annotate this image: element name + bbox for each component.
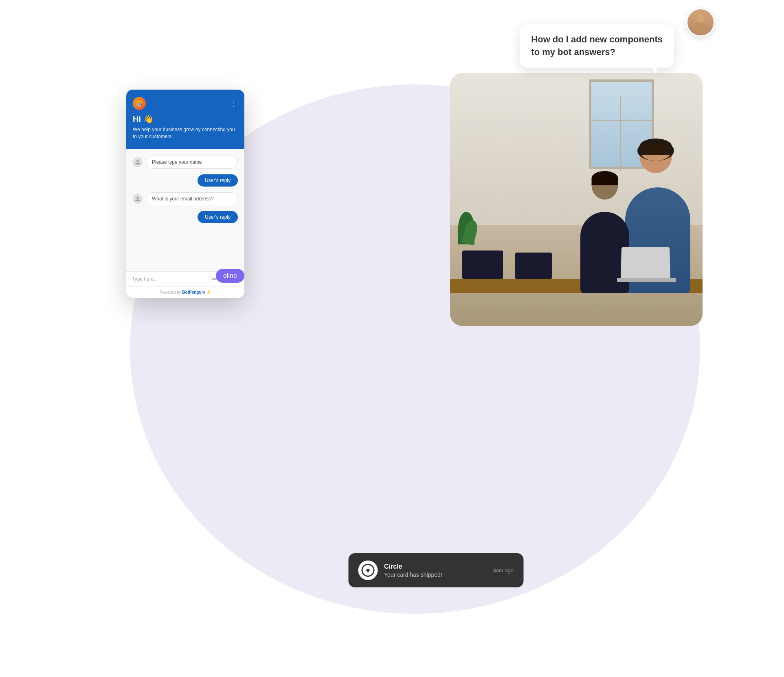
svg-point-0 (696, 14, 705, 22)
notification-time: 34m ago (493, 567, 514, 574)
brand-name: BotPenguin (182, 290, 205, 295)
office-photo (450, 73, 703, 326)
icon-dot (366, 569, 369, 572)
svg-text:🤖: 🤖 (136, 101, 142, 107)
notification-icon (358, 561, 378, 580)
chat-widget: 🤖 ⋮ Hi 👋 We help your business grow by c… (126, 90, 244, 298)
circle-icon (361, 564, 374, 577)
notification-card: Circle Your card has shipped! 34m ago (348, 553, 523, 587)
user-avatar (686, 8, 715, 37)
speech-bubble-text-line2: to my bot answers? (531, 47, 615, 57)
chat-header-top: 🤖 ⋮ (133, 97, 238, 110)
chat-greeting: Hi 👋 (133, 114, 238, 124)
chat-footer: Powered by BotPenguin ⚡ (126, 286, 244, 298)
notification-title: Circle (384, 563, 486, 570)
user-icon-1 (133, 157, 143, 167)
powered-by-text: Powered by (160, 290, 181, 295)
svg-point-1 (694, 23, 707, 33)
notification-body: Your card has shipped! (384, 571, 486, 578)
speech-bubble-container: How do I add new components to my bot an… (520, 24, 674, 68)
reply-button-1[interactable]: User's reply (198, 174, 238, 187)
chat-message-row-1: Please type your name (133, 156, 238, 169)
chat-bot-avatar: 🤖 (133, 97, 146, 110)
bolt-icon: ⚡ (206, 290, 211, 295)
chat-body: Please type your name User's reply What … (126, 149, 244, 271)
avatar-face (687, 9, 714, 35)
speech-bubble: How do I add new components to my bot an… (520, 24, 674, 68)
speech-bubble-text-line1: How do I add new components (531, 34, 663, 44)
office-scene-bg (450, 73, 703, 326)
chat-header: 🤖 ⋮ Hi 👋 We help your business grow by c… (126, 90, 244, 149)
message-bubble-1: Please type your name (146, 156, 238, 169)
notification-content: Circle Your card has shipped! (384, 563, 486, 578)
reply-button-2[interactable]: User's reply (198, 211, 238, 223)
chat-subtext: We help your business grow by connecting… (133, 126, 238, 140)
chat-menu-button[interactable]: ⋮ (230, 99, 238, 108)
user-icon-2 (133, 194, 143, 204)
chat-input-placeholder[interactable]: Type here... (132, 276, 206, 282)
scene: How do I add new components to my bot an… (0, 0, 784, 677)
purple-tag: oline (216, 269, 244, 283)
message-bubble-2: What is your email address? (146, 192, 238, 205)
chat-message-row-2: What is your email address? (133, 192, 238, 205)
